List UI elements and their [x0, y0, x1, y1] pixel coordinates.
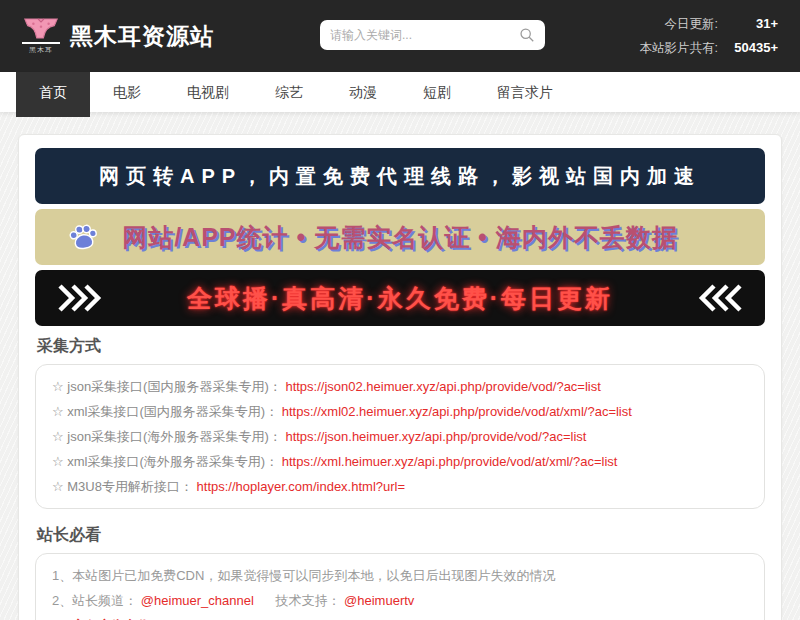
support-link[interactable]: @heimuertv — [344, 593, 414, 608]
tab-short-drama[interactable]: 短剧 — [400, 72, 474, 112]
tab-anime[interactable]: 动漫 — [326, 72, 400, 112]
tab-request[interactable]: 留言求片 — [474, 72, 576, 112]
collect-row: ☆ json采集接口(海外服务器采集专用)： https://json.heim… — [52, 424, 748, 449]
collect-label: ☆ M3U8专用解析接口： — [52, 479, 193, 494]
collect-label: ☆ xml采集接口(国内服务器采集专用)： — [52, 404, 278, 419]
collect-label: ☆ json采集接口(海外服务器采集专用)： — [52, 429, 282, 444]
collect-row: ☆ json采集接口(国内服务器采集专用)： https://json02.he… — [52, 374, 748, 399]
collect-section-title: 采集方式 — [37, 336, 763, 357]
search-input[interactable] — [330, 28, 519, 42]
stat-label-today: 今日更新: — [640, 16, 718, 33]
collect-label: ☆ xml采集接口(海外服务器采集专用)： — [52, 454, 278, 469]
notice-line-channels: 2、站长频道： @heimuer_channel 技术支持： @heimuert… — [52, 588, 748, 613]
collect-label: ☆ json采集接口(国内服务器采集专用)： — [52, 379, 282, 394]
stat-label-total: 本站影片共有: — [640, 40, 718, 57]
tab-variety[interactable]: 综艺 — [252, 72, 326, 112]
tab-movies[interactable]: 电影 — [90, 72, 164, 112]
paw-icon — [67, 222, 99, 254]
banner-site-stats-ad[interactable]: 网站/APP统计 • 无需实名认证 • 海内外不丢数据 — [35, 209, 765, 265]
banner-global-play-text: 全球播·真高清·永久免费·每日更新 — [187, 282, 613, 315]
panties-logo-icon — [22, 17, 60, 41]
notice-line-business: 3、商务广告合作： @heimuer_zs — [52, 613, 748, 620]
tab-tv-series[interactable]: 电视剧 — [164, 72, 252, 112]
notice-line-cdn: 1、本站图片已加免费CDN，如果觉得慢可以同步到本地，以免日后出现图片失效的情况 — [52, 563, 748, 588]
banner-site-stats-text: 网站/APP统计 • 无需实名认证 • 海内外不丢数据 — [122, 221, 678, 254]
site-header: 黑木耳 黑木耳资源站 今日更新: 31+ 本站影片共有: 50435+ — [0, 0, 800, 72]
search-box[interactable] — [320, 20, 545, 50]
collect-link-xml-cn[interactable]: https://xml02.heimuer.xyz/api.php/provid… — [282, 404, 632, 419]
search-icon[interactable] — [519, 27, 535, 43]
tab-home[interactable]: 首页 — [16, 72, 90, 117]
collect-link-json-cn[interactable]: https://json02.heimuer.xyz/api.php/provi… — [285, 379, 600, 394]
site-stats: 今日更新: 31+ 本站影片共有: 50435+ — [640, 16, 778, 57]
channel-link[interactable]: @heimuer_channel — [141, 593, 254, 608]
notice-section-title: 站长必看 — [37, 525, 763, 546]
banner-web-to-app[interactable]: 网页转APP，内置免费代理线路，影视站国内加速 — [35, 148, 765, 204]
stat-value-today: 31+ — [726, 16, 778, 33]
collect-row: ☆ xml采集接口(国内服务器采集专用)： https://xml02.heim… — [52, 399, 748, 424]
banner-global-play[interactable]: 全球播·真高清·永久免费·每日更新 — [35, 270, 765, 326]
notice-box: 1、本站图片已加免费CDN，如果觉得慢可以同步到本地，以免日后出现图片失效的情况… — [35, 553, 765, 620]
collect-link-m3u8[interactable]: https://hoplayer.com/index.html?url= — [197, 479, 405, 494]
logo-underline — [22, 42, 60, 44]
collect-box: ☆ json采集接口(国内服务器采集专用)： https://json02.he… — [35, 364, 765, 509]
chevrons-right-icon — [57, 284, 103, 312]
stat-value-total: 50435+ — [726, 40, 778, 57]
banner-web-to-app-text: 网页转APP，内置免费代理线路，影视站国内加速 — [99, 163, 701, 190]
page-title: 黑木耳资源站 — [70, 21, 214, 52]
site-logo[interactable]: 黑木耳 — [22, 17, 60, 55]
notice-channel-label: 2、站长频道： — [52, 593, 137, 608]
collect-link-xml-intl[interactable]: https://xml.heimuer.xyz/api.php/provide/… — [282, 454, 618, 469]
main-content-card: 网页转APP，内置免费代理线路，影视站国内加速 网站/APP统计 • 无需实名认… — [18, 134, 782, 620]
collect-row: ☆ xml采集接口(海外服务器采集专用)： https://xml.heimue… — [52, 449, 748, 474]
main-nav: 首页 电影 电视剧 综艺 动漫 短剧 留言求片 — [0, 72, 800, 112]
collect-row: ☆ M3U8专用解析接口： https://hoplayer.com/index… — [52, 474, 748, 499]
logo-caption: 黑木耳 — [29, 45, 53, 55]
chevrons-left-icon — [697, 284, 743, 312]
notice-support-label: 技术支持： — [275, 593, 340, 608]
collect-link-json-intl[interactable]: https://json.heimuer.xyz/api.php/provide… — [285, 429, 586, 444]
